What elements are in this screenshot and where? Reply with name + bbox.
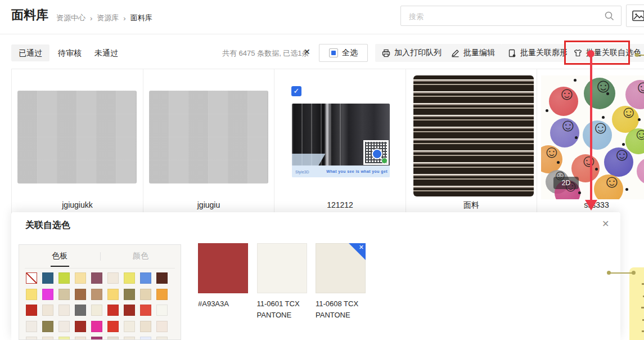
clear-selection-button[interactable]: ✕ [304,47,310,56]
color-swatch[interactable] [42,321,53,332]
color-swatch[interactable] [58,305,70,316]
color-swatch[interactable] [107,305,119,316]
color-swatch[interactable] [58,321,70,332]
color-swatch[interactable] [91,337,102,340]
selected-color-square[interactable]: ✕ [316,243,366,293]
color-swatch[interactable] [58,289,70,300]
pattern-dot [606,92,609,95]
color-swatch[interactable] [124,337,135,340]
color-swatch[interactable] [91,272,102,284]
page-title: 面料库 [11,7,48,24]
color-swatch[interactable] [107,289,119,300]
color-swatch[interactable] [58,272,70,284]
watercolor-balloon [625,128,644,154]
tab-approved[interactable]: 已通过 [11,44,49,61]
color-swatch[interactable] [75,321,86,332]
color-swatch[interactable] [124,305,135,316]
color-swatch[interactable] [91,321,102,332]
search-input[interactable] [408,6,601,26]
tab-color[interactable]: 颜色 [100,251,181,261]
color-swatch[interactable] [156,337,168,340]
color-swatch[interactable] [124,289,135,300]
color-swatch[interactable] [156,289,168,300]
selected-color-square[interactable] [198,243,248,293]
breadcrumb-item-current: 面料库 [130,13,152,23]
color-swatch[interactable] [124,321,135,332]
selected-color-square[interactable] [257,243,307,293]
color-swatch[interactable] [26,337,37,340]
color-swatch[interactable] [124,272,135,284]
tab-rejected[interactable]: 未通过 [87,44,125,61]
brand-slogan: What you see is what you get [326,169,388,173]
selected-color-chip[interactable]: #A93A3A [198,243,248,310]
fabric-thumbnail-placeholder [149,91,268,184]
breadcrumb-separator: › [90,14,92,23]
color-swatch[interactable] [26,305,37,316]
image-search-button[interactable] [626,5,644,27]
fabric-library-page: { "header": { "title": "面料库", "breadcrum… [0,0,644,340]
selected-color-chip[interactable]: ✕11-0608 TCX PANTONE [316,243,366,321]
pattern-dot [622,143,625,146]
add-print-queue-button[interactable]: 加入打印队列 [375,44,448,62]
card-checkbox-checked[interactable]: ✓ [291,86,301,96]
color-swatch[interactable] [75,272,86,284]
color-swatch[interactable] [140,337,151,340]
color-swatch[interactable] [156,305,168,316]
batch-link-custom-color-button[interactable]: 批量关联自选色 [567,44,644,62]
color-swatch[interactable] [107,272,119,284]
pattern-dot [546,109,548,112]
select-all-button[interactable]: 全选 [319,44,368,62]
color-swatch[interactable] [75,337,86,340]
selected-color-label: 11-0608 TCX PANTONE [316,298,366,321]
fabric-thumbnail-placeholder [17,91,137,184]
watercolor-balloon [637,158,644,185]
color-swatch[interactable] [26,321,37,332]
color-swatch[interactable] [156,321,168,332]
indeterminate-checkbox-icon [329,48,338,57]
color-swatch[interactable] [42,272,53,284]
tab-pending[interactable]: 待审核 [51,44,89,61]
batch-link-outline-button[interactable]: 批量关联廓形 [501,44,574,62]
2d-badge: 2D [553,177,579,189]
batch-edit-button[interactable]: 批量编辑 [444,44,502,62]
breadcrumb-item[interactable]: 资源库 [97,13,119,23]
color-swatch[interactable] [107,337,119,340]
color-swatch[interactable] [58,337,70,340]
tab-swatch-board[interactable]: 色板 [19,251,100,261]
color-swatch[interactable] [156,272,168,284]
color-swatch[interactable] [107,321,119,332]
pattern-dot [595,168,598,171]
color-swatch[interactable] [140,305,151,316]
watercolor-balloon [625,80,644,109]
color-swatch[interactable] [26,289,37,300]
remove-color-x-icon[interactable]: ✕ [359,244,364,251]
pattern-dot [638,118,641,121]
pattern-dot [578,191,581,194]
color-swatch[interactable] [42,337,53,340]
color-swatch[interactable] [140,321,151,332]
close-icon[interactable]: ✕ [602,218,609,229]
watercolor-balloon [550,118,579,147]
watercolor-balloon [583,120,612,150]
color-swatch[interactable] [91,305,102,316]
palette-divider [25,268,175,269]
header-divider [0,34,644,34]
annotation-connector-line [638,55,644,56]
color-swatch[interactable] [42,305,53,316]
swatch-none[interactable] [26,272,37,284]
modal-title: 关联自选色 [25,220,70,231]
breadcrumb-item[interactable]: 资源中心 [56,13,85,23]
color-swatch[interactable] [91,289,102,300]
pattern-dot [625,188,628,191]
selected-color-chip[interactable]: 11-0601 TCX PANTONE [257,243,307,321]
color-swatch[interactable] [140,289,151,300]
color-swatch[interactable] [75,305,86,316]
color-swatch[interactable] [42,289,53,300]
annotation-arrow-line [590,54,592,202]
tab-divider [100,252,101,261]
annotation-connector-dot [632,271,636,275]
color-swatch[interactable] [140,272,151,284]
color-swatch[interactable] [75,289,86,300]
image-icon [632,10,644,21]
tshirt-icon [574,49,582,57]
